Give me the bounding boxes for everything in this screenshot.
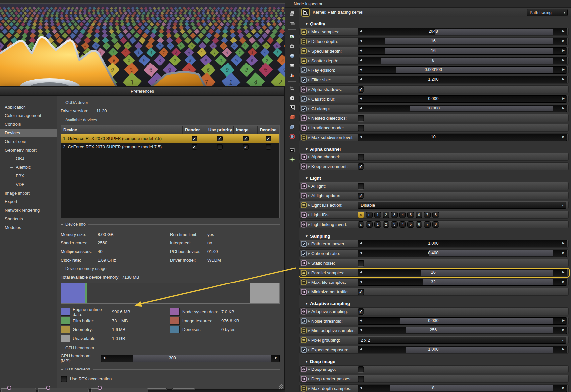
slider-increment-icon[interactable]: ▶ bbox=[562, 77, 565, 81]
gpu-headroom-slider[interactable]: ◀300▶ bbox=[101, 355, 280, 362]
light-id-button-6[interactable]: 6 bbox=[416, 221, 422, 228]
expander-icon[interactable]: ▶ bbox=[307, 262, 311, 265]
row-checkbox[interactable] bbox=[358, 125, 364, 131]
kernel-node-icon[interactable] bbox=[301, 8, 310, 17]
row-checkbox[interactable]: ✓ bbox=[358, 163, 364, 170]
slider-track-empty[interactable] bbox=[385, 38, 553, 44]
slider-decrement-icon[interactable]: ◀ bbox=[360, 58, 362, 62]
slider-decrement-icon[interactable]: ◀ bbox=[360, 251, 362, 254]
light-id-button-1[interactable]: 1 bbox=[374, 212, 381, 218]
use_priority-checkbox[interactable] bbox=[217, 144, 223, 150]
slider-decrement-icon[interactable]: ◀ bbox=[360, 241, 362, 245]
sidebar-item-obj[interactable]: –OBJ bbox=[0, 154, 57, 163]
row-checkbox[interactable] bbox=[358, 366, 364, 372]
value-slider[interactable]: ◀0.000100▶ bbox=[358, 66, 567, 74]
int-pin-icon[interactable] bbox=[300, 269, 307, 276]
light-id-button-7[interactable]: 7 bbox=[424, 212, 431, 218]
expander-icon[interactable]: ▶ bbox=[307, 117, 311, 120]
slider-increment-icon[interactable]: ▶ bbox=[562, 251, 565, 254]
sidebar-item-alembic[interactable]: –Alembic bbox=[0, 163, 57, 172]
bool-pin-icon[interactable] bbox=[300, 163, 307, 170]
bool-pin-icon[interactable] bbox=[300, 366, 307, 372]
light-id-button-5[interactable]: 5 bbox=[407, 221, 414, 228]
row-checkbox[interactable] bbox=[358, 376, 364, 382]
stack-windows-icon[interactable] bbox=[288, 10, 296, 17]
device-row[interactable]: 1: GeForce RTX 2070 SUPER (compute model… bbox=[61, 134, 279, 143]
section-header-quality[interactable]: ▼Quality bbox=[299, 18, 571, 28]
bool-pin-icon[interactable] bbox=[300, 192, 307, 199]
sidebar-item-export[interactable]: Export bbox=[0, 197, 57, 206]
row-checkbox[interactable] bbox=[358, 154, 364, 160]
render-checkbox[interactable]: ✓ bbox=[192, 136, 197, 141]
hex-sphere-icon[interactable] bbox=[288, 133, 296, 140]
value-slider[interactable]: ◀256▶ bbox=[358, 327, 567, 334]
slider-increment-icon[interactable]: ▶ bbox=[275, 356, 277, 359]
light-id-button-5[interactable]: 5 bbox=[407, 212, 414, 218]
expander-icon[interactable]: ▶ bbox=[307, 252, 311, 255]
slider-decrement-icon[interactable]: ◀ bbox=[360, 347, 362, 351]
value-slider[interactable]: ◀2048▶ bbox=[358, 28, 567, 35]
denoise-checkbox[interactable]: ✓ bbox=[266, 136, 271, 141]
bool-pin-icon[interactable] bbox=[300, 375, 307, 382]
slider-increment-icon[interactable]: ▶ bbox=[562, 328, 565, 331]
bw-image-icon[interactable] bbox=[288, 146, 296, 153]
bool-pin-icon[interactable] bbox=[300, 86, 307, 93]
sidebar-item-network-rendering[interactable]: Network rendering bbox=[0, 206, 57, 215]
expander-icon[interactable]: ▶ bbox=[307, 50, 311, 53]
int-pin-icon[interactable] bbox=[300, 202, 307, 208]
sidebar-item-geometry-import[interactable]: Geometry import bbox=[0, 146, 57, 154]
rtx-acceleration-checkbox[interactable] bbox=[61, 376, 67, 382]
int-pin-icon[interactable] bbox=[300, 38, 307, 45]
row-dropdown[interactable]: 2 x 2▾ bbox=[358, 337, 566, 344]
expander-icon[interactable]: ▶ bbox=[307, 223, 311, 226]
expander-icon[interactable]: ▶ bbox=[307, 271, 311, 274]
value-slider[interactable]: ◀16▶ bbox=[358, 38, 567, 45]
light-id-button-e[interactable]: e bbox=[366, 212, 373, 218]
light-id-button-8[interactable]: 8 bbox=[432, 212, 439, 218]
expander-icon[interactable]: ▶ bbox=[307, 213, 311, 216]
row-checkbox[interactable]: ✓ bbox=[358, 289, 364, 295]
slider-increment-icon[interactable]: ▶ bbox=[562, 106, 565, 109]
value-slider[interactable]: ◀0.030▶ bbox=[358, 317, 567, 325]
node-pin[interactable] bbox=[98, 386, 102, 390]
expander-icon[interactable]: ▶ bbox=[307, 88, 311, 91]
expander-icon[interactable]: ▶ bbox=[307, 320, 311, 323]
disc-gray-icon[interactable] bbox=[288, 62, 296, 69]
value-slider[interactable]: ◀0.400▶ bbox=[358, 250, 567, 257]
sidebar-item-application[interactable]: Application bbox=[0, 103, 57, 111]
slider-increment-icon[interactable]: ▶ bbox=[562, 135, 565, 138]
bool-pin-icon[interactable] bbox=[300, 124, 307, 131]
expander-icon[interactable]: ▶ bbox=[307, 329, 311, 332]
expander-icon[interactable]: ▶ bbox=[307, 368, 311, 371]
slider-decrement-icon[interactable]: ◀ bbox=[360, 135, 362, 138]
render-viewport[interactable]: 6936936936936936936936936936947147147147… bbox=[0, 3, 285, 87]
slider-increment-icon[interactable]: ▶ bbox=[562, 68, 565, 71]
light-id-button-3[interactable]: 3 bbox=[391, 212, 398, 218]
slider-increment-icon[interactable]: ▶ bbox=[562, 280, 565, 283]
value-slider[interactable]: ◀1.200▶ bbox=[358, 76, 567, 83]
slider-decrement-icon[interactable]: ◀ bbox=[360, 106, 362, 109]
render-checkbox[interactable]: ✓ bbox=[192, 144, 197, 150]
device-row[interactable]: 2: GeForce RTX 2070 SUPER (compute model… bbox=[61, 143, 279, 151]
image-icon[interactable] bbox=[288, 33, 296, 40]
layers-flat-icon[interactable] bbox=[288, 19, 296, 26]
value-slider[interactable]: ◀10.000▶ bbox=[358, 105, 567, 112]
expander-icon[interactable]: ▶ bbox=[307, 59, 311, 62]
section-header-sampling[interactable]: ▼Sampling bbox=[299, 230, 571, 240]
int-pin-icon[interactable] bbox=[300, 385, 307, 392]
float-pin-icon[interactable] bbox=[300, 67, 307, 73]
star-icon[interactable] bbox=[288, 156, 296, 163]
light-id-button-4[interactable]: 4 bbox=[399, 221, 406, 228]
row-checkbox[interactable]: ✓ bbox=[358, 86, 364, 93]
light-id-button-1[interactable]: 1 bbox=[374, 221, 381, 228]
slider-track-empty[interactable] bbox=[423, 279, 553, 285]
slider-track-empty[interactable] bbox=[421, 270, 553, 276]
float-pin-icon[interactable] bbox=[300, 240, 307, 247]
clock-icon[interactable] bbox=[288, 94, 296, 102]
expander-icon[interactable]: ▶ bbox=[307, 136, 311, 139]
light-id-button-e[interactable]: e bbox=[366, 221, 373, 228]
sidebar-item-devices[interactable]: Devices bbox=[0, 129, 57, 137]
expander-icon[interactable]: ▶ bbox=[307, 204, 311, 207]
slider-increment-icon[interactable]: ▶ bbox=[562, 386, 565, 389]
int-pin-icon[interactable] bbox=[300, 28, 307, 35]
